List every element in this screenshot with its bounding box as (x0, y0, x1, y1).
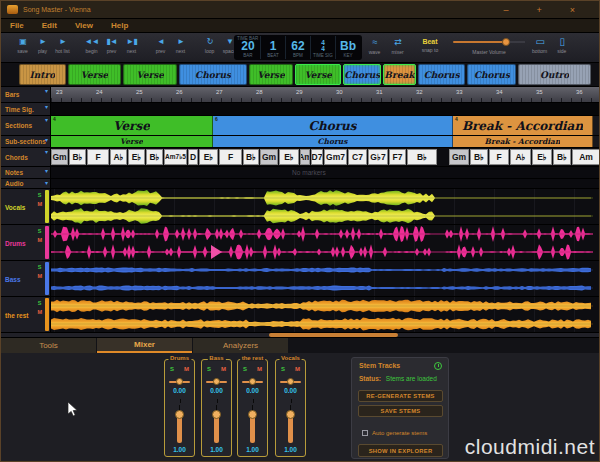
volume-fader[interactable] (177, 405, 182, 443)
chord-cell[interactable]: A♭ (510, 149, 531, 165)
chevron-down-icon[interactable]: ▾ (45, 179, 48, 186)
navband-section-chorus[interactable]: Chorus (467, 64, 516, 85)
chord-cell[interactable]: E♭ (128, 149, 145, 165)
chord-cell[interactable]: F (219, 149, 242, 165)
navband-section-break-accordian[interactable]: Break - Accordian (383, 64, 416, 85)
section-break-accordian[interactable]: 4Break - Accordian (453, 116, 593, 135)
navband-section-chorus[interactable]: Chorus (179, 64, 247, 85)
chord-cell[interactable]: F (489, 149, 509, 165)
pan-knob[interactable] (287, 378, 294, 385)
close-button[interactable]: × (570, 5, 575, 15)
track-lane-vocals[interactable] (51, 189, 599, 224)
chord-cell[interactable]: B♭ (146, 149, 163, 165)
section-verse[interactable]: Verse (51, 136, 213, 147)
pan-knob[interactable] (176, 378, 183, 385)
notes-row-label[interactable]: Notes ▾ (1, 167, 51, 178)
mute-button[interactable]: M (257, 367, 262, 372)
chord-cell[interactable]: E♭ (199, 149, 218, 165)
chord-cell[interactable]: Am7♭5 (164, 149, 187, 165)
navband-section-chorus[interactable]: Chorus (418, 64, 465, 85)
mute-button[interactable]: M (184, 367, 189, 372)
solo-button[interactable]: S (243, 367, 247, 372)
chord-cell[interactable]: Gm7 (324, 149, 347, 165)
solo-button[interactable]: S (38, 193, 42, 198)
power-icon[interactable] (434, 362, 442, 370)
section-chorus[interactable]: Chorus (213, 136, 453, 147)
pan-slider[interactable] (242, 381, 263, 383)
timesig-lane[interactable] (51, 103, 599, 115)
side-panel-button[interactable]: ▯side (554, 36, 569, 54)
volume-fader[interactable] (250, 405, 255, 443)
track-lane-drums[interactable] (51, 225, 599, 260)
mixer-view-button[interactable]: ⇄mixer (390, 37, 405, 55)
scrollbar-thumb[interactable] (269, 333, 398, 337)
fader-knob[interactable] (286, 410, 295, 419)
chord-cell[interactable]: Am (300, 149, 310, 165)
chord-cell[interactable]: B♭ (407, 149, 437, 165)
snap-to-dropdown[interactable]: Beat snap to (413, 38, 447, 53)
master-volume-slider[interactable] (453, 41, 525, 43)
chord-cell[interactable]: Gm (51, 149, 68, 165)
chevron-down-icon[interactable]: ▾ (45, 148, 48, 155)
bottom-panel-button[interactable]: ▭bottom (532, 36, 547, 54)
begin-button[interactable]: ◄◄begin (84, 36, 99, 54)
navband-section-intro[interactable]: Intro (19, 64, 66, 85)
track-lane-the-rest[interactable] (51, 297, 599, 332)
chord-cell[interactable]: Gm (260, 149, 278, 165)
chevron-down-icon[interactable]: ▾ (45, 136, 48, 143)
chord-cell[interactable]: G♭7 (368, 149, 388, 165)
mute-button[interactable]: M (295, 367, 300, 372)
bars-ruler[interactable]: 2324252627282930313233343536 (51, 87, 599, 102)
track-label-vocals[interactable]: VocalsSM (1, 189, 51, 224)
pan-knob[interactable] (213, 378, 220, 385)
navband-section-outro[interactable]: Outro (518, 64, 591, 85)
chord-cell[interactable]: F7 (389, 149, 406, 165)
navband-section-verse[interactable]: Verse (295, 64, 341, 85)
next-section-button[interactable]: ►next (173, 36, 188, 54)
save-button[interactable]: ▣save (15, 36, 30, 54)
solo-button[interactable]: S (38, 265, 42, 270)
maximize-button[interactable]: + (536, 5, 541, 15)
play-button[interactable]: ►play (35, 36, 50, 54)
section-chorus[interactable]: 6Chorus (213, 116, 453, 135)
mute-button[interactable]: M (37, 202, 42, 207)
chord-cell[interactable]: Gm (449, 149, 469, 165)
regenerate-stems-button[interactable]: RE-GENERATE STEMS (358, 390, 443, 402)
chord-cell[interactable]: F (87, 149, 109, 165)
menu-edit[interactable]: Edit (42, 21, 57, 30)
chord-cell[interactable]: B♭ (243, 149, 259, 165)
solo-button[interactable]: S (207, 367, 211, 372)
chord-cell[interactable]: B♭ (553, 149, 571, 165)
timeline-scrollbar[interactable] (1, 333, 599, 338)
volume-fader[interactable] (288, 405, 293, 443)
pan-slider[interactable] (169, 381, 190, 383)
next-bar-button[interactable]: ►▮next (124, 36, 139, 54)
menu-file[interactable]: File (10, 21, 24, 30)
section-verse[interactable]: 4Verse (51, 116, 213, 135)
menu-view[interactable]: View (75, 21, 93, 30)
timesig-row-label[interactable]: Time Sig. ▾ (1, 103, 51, 115)
solo-button[interactable]: S (38, 229, 42, 234)
track-label-bass[interactable]: BassSM (1, 261, 51, 296)
navband-section-chorus[interactable]: Chorus (343, 64, 381, 85)
fader-knob[interactable] (248, 410, 257, 419)
menu-help[interactable]: Help (111, 21, 128, 30)
navband-section-verse[interactable]: Verse (123, 64, 177, 85)
show-in-explorer-button[interactable]: SHOW IN EXPLORER (358, 444, 443, 457)
pan-knob[interactable] (249, 378, 256, 385)
tab-mixer[interactable]: Mixer (97, 338, 192, 353)
navband-section-verse[interactable]: Verse (68, 64, 122, 85)
pan-slider[interactable] (206, 381, 227, 383)
chords-row-label[interactable]: Chords ▾ (1, 148, 51, 166)
mute-button[interactable]: M (37, 274, 42, 279)
prev-section-button[interactable]: ◄prev (153, 36, 168, 54)
tab-tools[interactable]: Tools (1, 338, 96, 353)
solo-button[interactable]: S (281, 367, 285, 372)
chevron-down-icon[interactable]: ▾ (45, 103, 48, 110)
minimize-button[interactable]: – (503, 5, 508, 15)
chord-cell[interactable]: Am (572, 149, 599, 165)
titlebar[interactable]: Song Master - Vienna –+× (1, 1, 599, 19)
wave-view-button[interactable]: ≈wave (367, 37, 382, 55)
notes-lane[interactable]: No markers (51, 167, 599, 178)
section-break-accordian[interactable]: Break - Accordian (453, 136, 593, 147)
